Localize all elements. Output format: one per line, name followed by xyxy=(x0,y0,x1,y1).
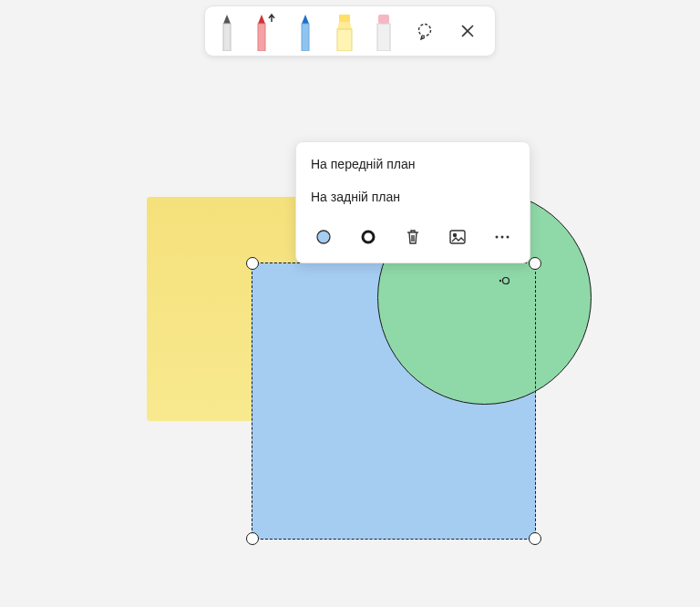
canvas[interactable] xyxy=(0,0,700,607)
menu-icon-row xyxy=(296,213,530,259)
delete-icon[interactable] xyxy=(398,222,427,252)
resize-handle-tl[interactable] xyxy=(246,257,259,270)
more-icon[interactable] xyxy=(489,222,517,252)
svg-point-16 xyxy=(317,231,330,243)
resize-handle-br[interactable] xyxy=(529,532,541,545)
svg-point-24 xyxy=(507,236,510,239)
outline-color-icon[interactable] xyxy=(354,222,382,252)
svg-point-23 xyxy=(501,236,504,239)
menu-bring-to-front[interactable]: На передній план xyxy=(296,148,530,180)
menu-send-to-back[interactable]: На задній план xyxy=(296,180,530,213)
resize-handle-bl[interactable] xyxy=(246,532,259,545)
context-menu: На передній план На задній план xyxy=(295,141,530,263)
svg-point-22 xyxy=(496,236,499,239)
svg-point-17 xyxy=(363,231,374,242)
image-icon[interactable] xyxy=(444,222,472,252)
svg-point-21 xyxy=(454,234,457,237)
resize-handle-tr[interactable] xyxy=(529,257,541,270)
fill-color-icon[interactable] xyxy=(309,222,337,252)
